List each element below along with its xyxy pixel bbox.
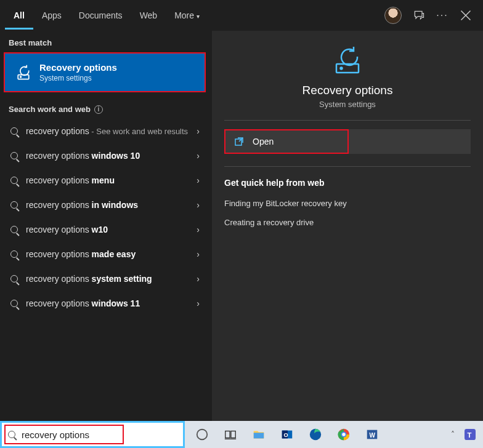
- search-input[interactable]: [22, 430, 183, 440]
- suggestion-text: recovery options windows 10: [20, 150, 197, 162]
- suggestion-text: recovery options w10: [20, 224, 197, 236]
- search-icon: [9, 250, 20, 258]
- search-icon: [9, 300, 20, 307]
- taskbar: O W ˄ T: [185, 421, 483, 448]
- quick-link-bitlocker[interactable]: Finding my BitLocker recovery key: [212, 194, 483, 213]
- preview-subtitle: System settings: [319, 100, 376, 109]
- search-web-label: Search work and web i: [0, 97, 212, 119]
- preview-title: Recovery options: [302, 84, 393, 97]
- chrome-icon[interactable]: [330, 422, 357, 447]
- suggestion-item[interactable]: recovery options windows 11›: [0, 291, 212, 316]
- suggestion-text: recovery options in windows: [20, 199, 197, 211]
- user-avatar[interactable]: [384, 7, 402, 24]
- feedback-icon[interactable]: [413, 9, 425, 22]
- best-match-title: Recovery options: [39, 62, 117, 73]
- tab-documents[interactable]: Documents: [70, 2, 131, 30]
- info-icon[interactable]: i: [94, 105, 103, 114]
- search-icon: [9, 201, 20, 209]
- tab-more[interactable]: More▾: [166, 2, 208, 30]
- open-action[interactable]: Open: [212, 129, 483, 154]
- suggestion-text: recovery options - See work and web resu…: [20, 126, 197, 137]
- suggestion-item[interactable]: recovery options in windows›: [0, 193, 212, 217]
- best-match-subtitle: System settings: [39, 74, 117, 82]
- suggestion-text: recovery options made easy: [20, 249, 197, 260]
- tab-apps[interactable]: Apps: [33, 2, 70, 30]
- edge-icon[interactable]: [302, 422, 329, 447]
- header-actions: ···: [384, 7, 478, 24]
- svg-point-3: [20, 76, 22, 78]
- open-icon: [234, 137, 244, 146]
- best-match-label: Best match: [0, 31, 212, 52]
- svg-point-8: [197, 430, 208, 440]
- suggestion-text: recovery options menu: [20, 175, 197, 186]
- quick-link-recovery-drive[interactable]: Creating a recovery drive: [212, 213, 483, 232]
- tab-web[interactable]: Web: [131, 2, 166, 30]
- search-icon: [2, 430, 22, 440]
- header-bar: All Apps Documents Web More▾ ···: [0, 0, 483, 31]
- open-label: Open: [253, 137, 274, 146]
- search-icon: [9, 226, 20, 233]
- results-panel: Best match Recovery options System setti…: [0, 31, 212, 421]
- preview-panel: Recovery options System settings Open Ge…: [212, 31, 483, 421]
- svg-point-19: [342, 433, 346, 436]
- search-icon: [9, 152, 20, 159]
- explorer-icon[interactable]: [245, 422, 272, 447]
- svg-text:W: W: [369, 432, 375, 439]
- chevron-up-icon[interactable]: ˄: [447, 429, 458, 440]
- svg-text:O: O: [284, 432, 288, 438]
- chevron-right-icon: ›: [197, 126, 203, 136]
- search-icon: [9, 177, 20, 184]
- recovery-icon: [15, 64, 32, 81]
- suggestion-item[interactable]: recovery options system setting›: [0, 266, 212, 291]
- suggestion-text: recovery options windows 11: [20, 298, 197, 310]
- chevron-right-icon: ›: [197, 298, 203, 308]
- suggestion-text: recovery options system setting: [20, 273, 197, 285]
- suggestion-item[interactable]: recovery options made easy›: [0, 242, 212, 266]
- search-box[interactable]: [0, 421, 185, 448]
- bottom-bar: O W ˄ T: [0, 421, 483, 448]
- chevron-right-icon: ›: [197, 225, 203, 234]
- word-icon[interactable]: W: [359, 422, 386, 447]
- chevron-right-icon: ›: [197, 200, 203, 210]
- suggestion-item[interactable]: recovery options windows 10›: [0, 143, 212, 168]
- search-icon: [9, 275, 20, 282]
- recovery-large-icon: [329, 46, 366, 75]
- suggestion-item[interactable]: recovery options w10›: [0, 217, 212, 242]
- chevron-right-icon: ›: [197, 151, 203, 161]
- system-tray[interactable]: ˄ T: [447, 429, 479, 440]
- quick-help-heading: Get quick help from web: [212, 167, 483, 194]
- suggestion-item[interactable]: recovery options - See work and web resu…: [0, 119, 212, 143]
- close-icon[interactable]: [460, 9, 472, 22]
- outlook-icon[interactable]: O: [274, 422, 301, 447]
- best-match-item[interactable]: Recovery options System settings: [4, 52, 206, 92]
- svg-line-7: [239, 138, 243, 142]
- cortana-icon[interactable]: [189, 422, 216, 447]
- teams-tray-icon[interactable]: T: [465, 429, 476, 440]
- svg-rect-10: [231, 431, 235, 438]
- svg-text:T: T: [468, 431, 472, 439]
- svg-point-5: [341, 68, 343, 70]
- chevron-right-icon: ›: [197, 249, 203, 259]
- chevron-right-icon: ›: [197, 175, 203, 185]
- tab-all[interactable]: All: [5, 2, 33, 30]
- task-view-icon[interactable]: [217, 422, 244, 447]
- svg-rect-9: [225, 431, 230, 438]
- chevron-right-icon: ›: [197, 274, 203, 284]
- filter-tabs: All Apps Documents Web More▾: [5, 2, 208, 30]
- more-options-icon[interactable]: ···: [436, 9, 448, 22]
- search-icon: [9, 127, 20, 135]
- suggestion-item[interactable]: recovery options menu›: [0, 168, 212, 193]
